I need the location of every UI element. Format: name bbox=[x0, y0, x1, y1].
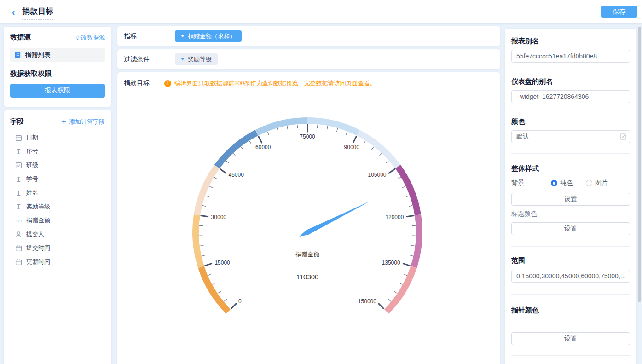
document-icon bbox=[14, 52, 21, 58]
background-set-button[interactable]: 设置 bbox=[511, 193, 630, 206]
edit-icon[interactable] bbox=[620, 133, 626, 140]
save-button[interactable]: 保存 bbox=[601, 6, 637, 18]
filter-card: 过滤条件 奖励等级 bbox=[117, 49, 500, 69]
settings-panel: 报表别名 仪表盘的别名 颜色 整体样式 背景 纯色 图片 设置 标题颜色 设置 … bbox=[505, 29, 636, 364]
fields-title: 字段 bbox=[10, 117, 24, 126]
divider bbox=[511, 246, 630, 247]
metric-card: 指标 捐赠金额（求和） bbox=[117, 26, 500, 46]
fields-card: 字段 ＋ 添加计算字段 日期序号班级学号姓名奖励等级123捐赠金额提交人提交时间… bbox=[4, 110, 111, 364]
field-item[interactable]: 123捐赠金额 bbox=[10, 214, 105, 227]
calendar-icon bbox=[15, 259, 22, 266]
metric-pill[interactable]: 捐赠金额（求和） bbox=[175, 30, 242, 42]
chevron-down-icon bbox=[181, 35, 185, 37]
svg-text:15000: 15000 bbox=[214, 260, 230, 266]
report-permission-button[interactable]: 报表权限 bbox=[10, 84, 105, 98]
chart-card: 捐款目标 ! 编辑界面只取数据源前200条作为查询数据预览，完整数据请访问页面查… bbox=[117, 72, 500, 364]
plus-icon: ＋ bbox=[60, 117, 67, 125]
field-item[interactable]: 更新时间 bbox=[10, 255, 105, 269]
svg-text:105000: 105000 bbox=[368, 172, 386, 178]
background-label: 背景 bbox=[511, 179, 551, 187]
range-input[interactable] bbox=[511, 270, 630, 283]
field-label: 姓名 bbox=[26, 189, 38, 197]
svg-text:120000: 120000 bbox=[385, 214, 404, 220]
svg-text:123: 123 bbox=[16, 219, 22, 223]
person-icon bbox=[15, 231, 22, 238]
chevron-down-icon bbox=[181, 58, 185, 60]
field-item[interactable]: 日期 bbox=[10, 131, 105, 144]
field-item[interactable]: 奖励等级 bbox=[10, 200, 105, 214]
svg-text:150000: 150000 bbox=[358, 298, 376, 305]
text-icon bbox=[15, 176, 22, 183]
back-button[interactable]: ‹ bbox=[7, 6, 19, 18]
field-item[interactable]: 姓名 bbox=[10, 186, 105, 200]
pointer-color-label: 指针颜色 bbox=[511, 306, 630, 315]
permission-title: 数据获取权限 bbox=[10, 69, 105, 78]
calendar-icon bbox=[15, 245, 22, 252]
svg-text:90000: 90000 bbox=[344, 144, 360, 150]
scrollbar-thumb[interactable] bbox=[638, 27, 641, 302]
widget-alias-input[interactable] bbox=[511, 90, 630, 103]
field-label: 更新时间 bbox=[26, 258, 50, 266]
radio-image[interactable]: 图片 bbox=[586, 179, 608, 187]
divider bbox=[511, 355, 630, 356]
datasource-name: 捐赠列表 bbox=[25, 51, 51, 59]
report-alias-label: 报表别名 bbox=[511, 37, 630, 46]
field-item[interactable]: 提交人 bbox=[10, 227, 105, 241]
field-label: 日期 bbox=[26, 133, 38, 142]
svg-text:135000: 135000 bbox=[382, 260, 400, 266]
report-alias-input[interactable] bbox=[511, 50, 630, 63]
gauge-chart: 0150003000045000600007500090000105000120… bbox=[117, 72, 500, 364]
svg-text:45000: 45000 bbox=[228, 172, 244, 178]
field-label: 提交人 bbox=[26, 230, 44, 238]
field-label: 班级 bbox=[26, 161, 38, 169]
svg-text:60000: 60000 bbox=[255, 144, 271, 150]
text-icon bbox=[15, 203, 22, 210]
add-calc-field-link[interactable]: ＋ 添加计算字段 bbox=[60, 117, 105, 127]
title-color-label: 标题颜色 bbox=[511, 210, 630, 218]
filter-label: 过滤条件 bbox=[124, 55, 175, 64]
radio-off-icon bbox=[586, 180, 592, 186]
field-label: 序号 bbox=[26, 147, 38, 156]
divider bbox=[511, 153, 630, 154]
title-color-set-button[interactable]: 设置 bbox=[511, 222, 630, 235]
svg-text:捐赠金额: 捐赠金额 bbox=[295, 251, 319, 258]
range-label: 范围 bbox=[511, 256, 630, 265]
svg-text:110300: 110300 bbox=[296, 273, 319, 281]
text-icon bbox=[15, 148, 22, 155]
color-input[interactable] bbox=[511, 130, 630, 143]
pointer-color-set-button[interactable]: 设置 bbox=[511, 332, 630, 345]
calendar-icon bbox=[15, 134, 22, 141]
number-icon: 123 bbox=[15, 217, 22, 224]
divider bbox=[511, 294, 630, 295]
svg-text:30000: 30000 bbox=[211, 214, 227, 220]
field-label: 捐赠金额 bbox=[26, 216, 50, 225]
field-item[interactable]: 班级 bbox=[10, 158, 105, 172]
datasource-item[interactable]: 捐赠列表 bbox=[10, 48, 105, 62]
widget-alias-label: 仪表盘的别名 bbox=[511, 77, 630, 86]
radio-solid-color[interactable]: 纯色 bbox=[551, 179, 573, 187]
radio-on-icon bbox=[551, 180, 557, 186]
datasource-title: 数据源 bbox=[10, 33, 31, 42]
field-item[interactable]: 学号 bbox=[10, 172, 105, 186]
text-icon bbox=[15, 190, 22, 196]
page-title: 捐款目标 bbox=[22, 6, 53, 20]
select-icon bbox=[15, 162, 22, 169]
datasource-card: 数据源 更改数据源 捐赠列表 数据获取权限 报表权限 bbox=[4, 27, 111, 107]
field-label: 学号 bbox=[26, 175, 38, 183]
metric-label: 指标 bbox=[124, 32, 175, 40]
svg-text:75000: 75000 bbox=[300, 133, 315, 140]
overall-style-title: 整体样式 bbox=[511, 164, 630, 173]
svg-text:0: 0 bbox=[238, 298, 242, 305]
color-label: 颜色 bbox=[511, 117, 630, 126]
field-label: 奖励等级 bbox=[26, 202, 50, 211]
change-datasource-link[interactable]: 更改数据源 bbox=[75, 34, 105, 42]
top-header: ‹ 捐款目标 保存 bbox=[0, 0, 642, 23]
field-item[interactable]: 序号 bbox=[10, 144, 105, 158]
field-item[interactable]: 提交时间 bbox=[10, 241, 105, 255]
field-label: 提交时间 bbox=[26, 244, 50, 252]
field-list: 日期序号班级学号姓名奖励等级123捐赠金额提交人提交时间更新时间 bbox=[10, 131, 105, 269]
filter-pill[interactable]: 奖励等级 bbox=[175, 53, 218, 65]
